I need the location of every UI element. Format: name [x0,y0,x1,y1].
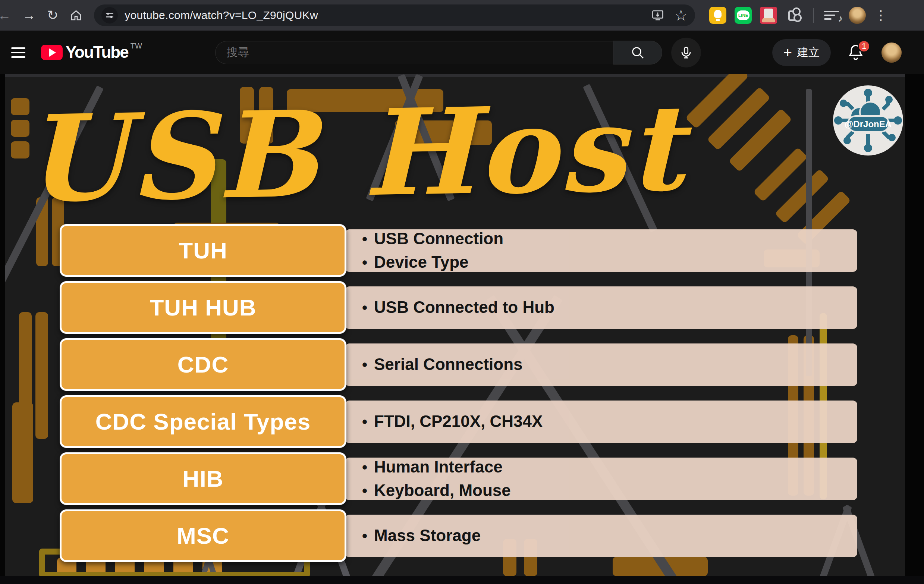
search-button[interactable] [613,41,662,64]
slide-table: TUH•USB Connection•Device TypeTUH HUB•US… [59,224,857,566]
notifications-button[interactable]: 1 [846,42,866,63]
bullet-dot-icon: • [362,525,367,547]
circuit-decoration [35,312,48,439]
row-label: TUH HUB [59,281,346,334]
bullet-text: Keyboard, Mouse [374,480,511,501]
bullet-line: •FTDI, CP210X, CH34X [362,411,857,432]
bullet-line: •Keyboard, Mouse [362,480,857,502]
bullet-dot-icon: • [362,411,367,432]
youtube-play-icon [41,45,63,60]
video-stage: USB Host TUH•USB Connection•Device TypeT… [0,74,924,576]
keep-extension-icon[interactable] [709,7,726,24]
bullet-line: •Human Interface [362,456,857,478]
bullet-text: Mass Storage [374,525,481,546]
forward-icon[interactable]: → [22,8,36,22]
browser-profile-avatar[interactable] [849,7,866,24]
back-icon[interactable]: ← [0,8,11,22]
search-placeholder: 搜尋 [227,45,249,60]
search-area: 搜尋 [215,38,701,68]
header-right-cluster: + 建立 1 [772,39,902,66]
youtube-header: YouTube TW 搜尋 + 建立 [0,31,924,74]
table-row: CDC Special Types•FTDI, CP210X, CH34X [59,395,857,448]
bullet-text: FTDI, CP210X, CH34X [374,411,543,432]
bullet-text: Device Type [374,251,469,273]
line-label: LINE [737,10,749,20]
extension-row: LINE ♪ ⋮ [709,7,888,24]
browser-toolbar: ← → ↻ youtube.com/watch?v=LO_Z90jQUKw [0,0,924,31]
youtube-region-label: TW [130,42,142,50]
table-row: CDC•Serial Connections [59,338,857,391]
media-controls-icon[interactable]: ♪ [824,11,840,20]
row-label: HIB [59,452,346,505]
create-label: 建立 [797,45,820,60]
bullet-line: •Device Type [362,251,857,273]
table-row: TUH HUB•USB Connected to Hub [59,281,857,334]
bullet-text: USB Connection [374,228,503,249]
row-description-panel: •USB Connected to Hub [345,286,857,329]
screen: ← → ↻ youtube.com/watch?v=LO_Z90jQUKw [0,0,924,584]
save-to-device-icon[interactable] [651,8,665,22]
url-text[interactable]: youtube.com/watch?v=LO_Z90jQUKw [125,9,644,21]
create-button[interactable]: + 建立 [772,39,831,66]
bookmark-star-icon[interactable]: ☆ [674,8,688,23]
toolbar-separator [813,8,813,23]
bullet-dot-icon: • [362,480,367,502]
bullet-line: •USB Connected to Hub [362,297,857,318]
row-label: MSC [59,510,346,562]
row-label: CDC [59,338,346,391]
url-bar[interactable]: youtube.com/watch?v=LO_Z90jQUKw ☆ [94,5,695,26]
circuit-decoration [12,403,33,503]
bullet-dot-icon: • [362,354,367,376]
search-input[interactable]: 搜尋 [215,41,613,64]
table-row: MSC•Mass Storage [59,510,857,562]
page-bottom-strip [0,576,924,584]
bullet-line: •Serial Connections [362,353,857,376]
row-label: TUH [59,224,346,277]
voice-search-button[interactable] [671,38,701,68]
video-player[interactable]: USB Host TUH•USB Connection•Device TypeT… [5,74,905,576]
reload-icon[interactable]: ↻ [47,8,58,22]
table-row: TUH•USB Connection•Device Type [59,224,857,277]
browser-menu-icon[interactable]: ⋮ [874,8,888,22]
youtube-logo-text: YouTube [66,43,128,62]
site-settings-icon[interactable] [101,7,118,23]
channel-badge-text: @DrJonEA [845,119,891,129]
row-description-panel: •Serial Connections [345,343,857,386]
bullet-dot-icon: • [362,457,367,478]
bullet-text: USB Connected to Hub [374,297,554,318]
menu-hamburger-icon[interactable] [11,47,25,58]
slide-title: USB Host [22,87,685,219]
extensions-puzzle-icon[interactable] [785,7,802,24]
reader-extension-icon[interactable] [760,7,777,24]
bullet-line: •Mass Storage [362,525,857,547]
bullet-text: Human Interface [374,456,503,478]
youtube-logo[interactable]: YouTube TW [41,43,142,62]
table-row: HIB•Human Interface•Keyboard, Mouse [59,452,857,505]
youtube-profile-avatar[interactable] [881,43,902,63]
line-extension-icon[interactable]: LINE [734,7,752,24]
row-description-panel: •Mass Storage [345,515,857,557]
channel-logo-badge: @DrJonEA [832,85,904,156]
row-description-panel: •USB Connection•Device Type [345,229,857,272]
omnibox-actions: ☆ [651,8,688,23]
bullet-text: Serial Connections [374,353,523,375]
plus-icon: + [784,45,792,60]
row-description-panel: •Human Interface•Keyboard, Mouse [345,458,857,500]
row-label: CDC Special Types [59,395,346,448]
bullet-dot-icon: • [362,228,367,250]
bullet-dot-icon: • [362,252,367,273]
bullet-line: •USB Connection [362,228,857,250]
row-description-panel: •FTDI, CP210X, CH34X [345,401,857,443]
bullet-dot-icon: • [362,297,367,318]
home-icon[interactable] [69,8,83,22]
notification-count-badge: 1 [858,40,870,53]
